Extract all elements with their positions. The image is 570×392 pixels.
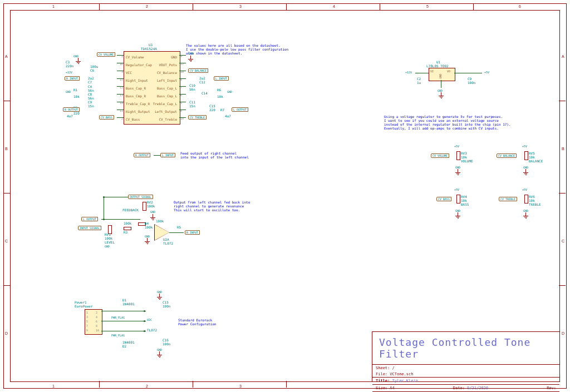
net-output-signal: OUTPUT_SIGNAL [128, 195, 153, 199]
coord-col: 4 [333, 4, 335, 8]
net-cv-volume: CV_VOLUME [97, 52, 115, 57]
net-cv-treble-pot: CV_TREBLE [499, 197, 517, 201]
pot-rv4 [456, 195, 460, 204]
net-cv-balance: CV_BALANCE [188, 68, 208, 73]
net-input-signal: INPUT_SIGNAL [78, 226, 101, 230]
refdes: U3 [149, 43, 153, 47]
net-l-input: L_INPUT [214, 76, 229, 81]
u3-pins-left: CV_VolumeRegulator_CapVCC Right_InputBas… [126, 53, 152, 123]
net-cv-treble: CV_TREBLE [188, 115, 207, 120]
coord-row: A [5, 54, 8, 58]
coord-col: 1 [52, 384, 55, 388]
p12v-label: +12V [66, 71, 72, 74]
comment-datasheet: The values here are all based on the dat… [186, 43, 288, 55]
comment-feed: Feed output of right channel into the in… [180, 151, 249, 159]
coord-row: C [562, 239, 564, 243]
coord-row: C [5, 239, 8, 243]
comment-feedback: Output from left channel fed back into r… [174, 200, 250, 212]
coord-col: 2 [146, 384, 148, 388]
schematic-sheet: 1 2 3 4 5 6 1 2 3 A B C D A B C D U3 TDA… [0, 0, 570, 392]
comment-eurorack: Standard Eurorack Power Configuration [178, 318, 217, 326]
coord-row: A [562, 54, 564, 58]
net-cv-balance-pot: CV_BALANCE [497, 153, 517, 158]
title-main: Voltage Controlled Tone Filter [372, 332, 559, 364]
pot-rv2 [142, 202, 146, 211]
coord-col: 6 [519, 4, 521, 8]
net-cv-volume-pot: CV_VOLUME [431, 153, 449, 158]
net-l-output-2: L_OUTPUT [81, 217, 98, 221]
net-r-input-2: R_INPUT [185, 230, 200, 235]
coord-col: 3 [239, 384, 242, 388]
net-r-input: R_INPUT [65, 76, 80, 81]
coord-row: D [5, 331, 8, 335]
u3-pins-right: GNDVOUT_PotsCV_Balance Left_InputBass_Ca… [150, 53, 177, 123]
pot-rv3 [456, 151, 460, 160]
coord-col: 2 [146, 4, 148, 8]
coord-row: D [562, 331, 564, 335]
title-block: Voltage Controlled Tone Filter Sheet: / … [372, 331, 560, 382]
coord-row: B [562, 147, 564, 151]
net-l-input-2: L_INPUT [160, 153, 175, 157]
comment-regulator: Using a voltage regulator to generate 5v… [384, 115, 511, 130]
coord-col: 5 [426, 4, 429, 8]
net-r-output-2: R_OUTPUT [134, 153, 150, 157]
coord-col: 3 [239, 4, 242, 8]
part-value: TDA1524A [141, 47, 157, 51]
net-cv-bass: CV_BASS [99, 115, 114, 120]
net-l-output: L_OUTPUT [232, 107, 248, 112]
pot-rv5 [524, 151, 528, 160]
coord-row: B [5, 147, 8, 151]
net-r-output: R_OUTPUT [63, 107, 80, 112]
net-cv-bass-pot: CV_BASS [436, 197, 451, 201]
pot-rv6 [524, 195, 528, 204]
coord-col: 1 [52, 4, 55, 8]
